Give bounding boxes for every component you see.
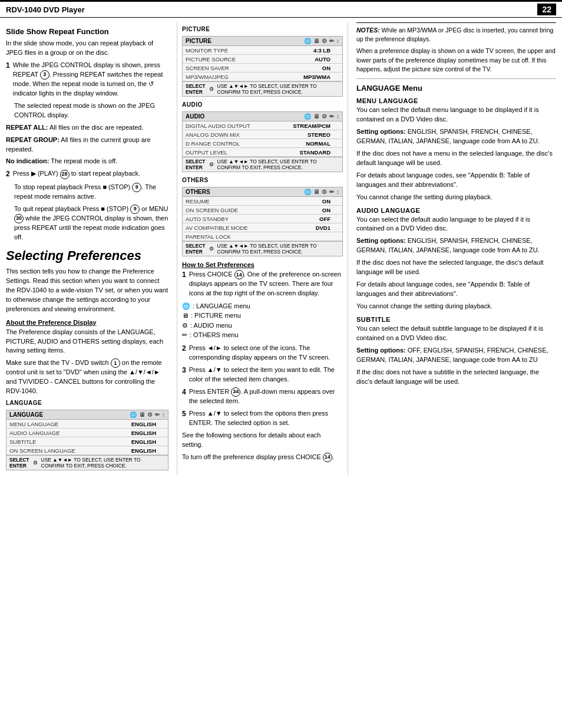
icon-item-audio: ⚙: AUDIO menu: [182, 321, 343, 331]
table-row: ON SCREEN LANGUAGEENGLISH: [6, 446, 168, 455]
picture-box-footer: SELECTENTER ⚙ USE ▲▼◄► TO SELECT, USE EN…: [183, 81, 342, 96]
picture-box: PICTURE 🌐 🖥 ⚙ ✏ ↕ MONITOR TYPE4:3 LB PIC…: [182, 36, 343, 97]
table-row: PICTURE SOURCEAUTO: [183, 55, 342, 64]
audio-box-header: AUDIO 🌐 🖥 ⚙ ✏ ↕: [183, 112, 342, 121]
table-row: SCREEN SAVERON: [183, 64, 342, 73]
audio-box-footer: SELECTENTER ⚙ USE ▲▼◄► TO SELECT, USE EN…: [183, 157, 342, 172]
language-box-title: LANGUAGE: [9, 411, 43, 418]
icon-item-others: ✏: OTHERS menu: [182, 330, 343, 340]
language-menu-title: LANGUAGE Menu: [356, 84, 556, 93]
icon-item-language: 🌐: LANGUAGE menu: [182, 301, 343, 311]
picture-box-header: PICTURE 🌐 🖥 ⚙ ✏ ↕: [183, 37, 342, 46]
how-step-4: 4 Press ENTER 34. A pull-down menu appea…: [182, 387, 343, 406]
pic-icon4: 🖥: [313, 189, 319, 195]
slide-show-steps: 1 While the JPEG CONTROL display is show…: [6, 61, 168, 98]
about-pref-title: About the Preference Display: [6, 319, 168, 326]
scroll-icon2: ↕: [336, 38, 339, 44]
others-box-icons: 🌐 🖥 ⚙ ✏ ↕: [304, 189, 339, 195]
audio-language-para4: You cannot change the setting during pla…: [356, 302, 556, 311]
picture-box-icons: 🌐 🖥 ⚙ ✏ ↕: [304, 38, 339, 44]
quit-text: To quit repeat playback Press ■ (STOP) 9…: [6, 205, 168, 242]
language-table: MENU LANGUAGEENGLISH AUDIO LANGUAGEENGLI…: [6, 420, 168, 455]
audio-icon2: ⚙: [322, 38, 327, 44]
lang-icon3: 🌐: [304, 113, 311, 120]
audio-icon4: ⚙: [322, 189, 327, 195]
stop-text: To stop repeat playback Press ■ (STOP) 9…: [6, 183, 168, 202]
table-row: PARENTAL LOCK: [183, 232, 342, 241]
others-icon: ✏: [155, 411, 160, 418]
table-row: MONITOR TYPE4:3 LB: [183, 46, 342, 55]
menu-language-options: Setting options: ENGLISH, SPANISH, FRENC…: [356, 127, 556, 146]
language-box-header: LANGUAGE 🌐 🖥 ⚙ ✏ ↕: [6, 410, 168, 420]
notes-text2: When a preference display is shown on a …: [356, 47, 556, 74]
table-row: ON SCREEN GUIDEON: [183, 206, 342, 215]
scroll-icon3: ↕: [336, 113, 339, 120]
pic-icon2: 🖥: [313, 38, 319, 44]
audio-language-para: You can select the default audio languag…: [356, 215, 556, 234]
subtitle-para: You can select the default subtitle lang…: [356, 324, 556, 343]
notes-text1: NOTES: While an MP3/WMA or JPEG disc is …: [356, 26, 556, 44]
others-label: OTHERS: [182, 177, 343, 183]
notes-block: NOTES: While an MP3/WMA or JPEG disc is …: [356, 22, 556, 74]
table-row: AUDIO LANGUAGEENGLISH: [6, 429, 168, 437]
menu-language-para3: For details about language codes, see "A…: [356, 171, 556, 190]
table-row: OUTPUT LEVELSTANDARD: [183, 148, 342, 157]
how-step-1: 1 Press CHOICE 14. One of the preference…: [182, 270, 343, 298]
scroll-icon: ↕: [162, 411, 165, 418]
audio-box: AUDIO 🌐 🖥 ⚙ ✏ ↕ DIGITAL AUDIO OUTPUTSTRE…: [182, 111, 343, 172]
col-middle: PICTURE PICTURE 🌐 🖥 ⚙ ✏ ↕ MONITOR TYPE4:…: [177, 22, 348, 475]
how-step-5: 5 Press ▲/▼ to select from the options t…: [182, 409, 343, 428]
page-number: 22: [537, 4, 556, 15]
model-name: RDV-1040: [6, 5, 41, 14]
others-box: OTHERS 🌐 🖥 ⚙ ✏ ↕ RESUMEON ON SCREEN GUID…: [182, 187, 343, 256]
others-box-footer: SELECTENTER ⚙ USE ▲▼◄► TO SELECT, USE EN…: [183, 241, 342, 256]
subtitle-options: Setting options: OFF, ENGLISH, SPANISH, …: [356, 346, 556, 365]
table-row: MP3/WMA/JPEGMP3/WMA: [183, 73, 342, 81]
others-icon4: ✏: [329, 189, 334, 195]
how-step-2: 2 Press ◄/► to select one of the icons. …: [182, 344, 343, 363]
repeat-mode-text: The selected repeat mode is shown on the…: [6, 101, 168, 120]
slide-show-title: Slide Show Repeat Function: [6, 27, 168, 36]
pic-icon3: 🖥: [313, 113, 319, 120]
audio-language-para3: For details about language codes, see "A…: [356, 280, 556, 299]
audio-language-para2: If the disc does not have the selected l…: [356, 258, 556, 277]
header-title: RDV-1040 DVD Player: [6, 5, 85, 14]
audio-box-icons: 🌐 🖥 ⚙ ✏ ↕: [304, 113, 339, 120]
menu-language-para2: If the disc does not have a menu in the …: [356, 149, 556, 168]
lang-icon: 🌐: [130, 411, 137, 418]
language-box: LANGUAGE 🌐 🖥 ⚙ ✏ ↕ MENU LANGUAGEENGLISH …: [6, 410, 168, 470]
how-to-steps-2-5: 2 Press ◄/► to select one of the icons. …: [182, 344, 343, 428]
audio-language-options: Setting options: ENGLISH, SPANISH, FRENC…: [356, 236, 556, 255]
lang-icon4: 🌐: [304, 189, 311, 195]
turn-off-text: To turn off the preference display press…: [182, 453, 343, 462]
table-row: RESUMEON: [183, 197, 342, 206]
step-1: 1 While the JPEG CONTROL display is show…: [6, 61, 168, 98]
others-icon2: ✏: [329, 38, 334, 44]
table-row: D RANGE CONTROLNORMAL: [183, 139, 342, 148]
selecting-para: This section tells you how to change the…: [6, 267, 168, 314]
icon-list: 🌐: LANGUAGE menu 🖥: PICTURE menu ⚙: AUDI…: [182, 301, 343, 340]
slide-show-para1: In the slide show mode, you can repeat p…: [6, 39, 168, 58]
how-to-title: How to Set Preferences: [182, 261, 343, 268]
others-icon3: ✏: [329, 113, 334, 120]
picture-table: MONITOR TYPE4:3 LB PICTURE SOURCEAUTO SC…: [183, 46, 342, 81]
col-left: Slide Show Repeat Function In the slide …: [6, 22, 177, 475]
table-row: AUTO STANDBYOFF: [183, 215, 342, 223]
table-row: AV COMPATIBLE MODEDVD1: [183, 223, 342, 232]
icon-item-picture: 🖥: PICTURE menu: [182, 311, 343, 321]
table-row: SUBTITLEENGLISH: [6, 437, 168, 446]
subtitle-para2: If the disc does not have a subtitle in …: [356, 368, 556, 387]
how-to-steps: 1 Press CHOICE 14. One of the preference…: [182, 270, 343, 298]
picture-box-title: PICTURE: [186, 38, 211, 44]
main-content: Slide Show Repeat Function In the slide …: [0, 22, 562, 475]
page-header: RDV-1040 DVD Player 22: [0, 0, 562, 18]
menu-language-label: MENU LANGUAGE: [356, 97, 556, 104]
menu-language-para: You can select the default menu language…: [356, 106, 556, 124]
others-box-title: OTHERS: [186, 189, 210, 195]
header-subtitle: DVD Player: [44, 5, 85, 14]
menu-language-para4: You cannot change the setting during pla…: [356, 193, 556, 202]
col-right: NOTES: While an MP3/WMA or JPEG disc is …: [348, 22, 556, 475]
scroll-icon4: ↕: [336, 189, 339, 195]
step-2: 2 Press ▶ (PLAY) 28 to start repeat play…: [6, 169, 168, 179]
table-row: DIGITAL AUDIO OUTPUTSTREAM/PCM: [183, 121, 342, 130]
